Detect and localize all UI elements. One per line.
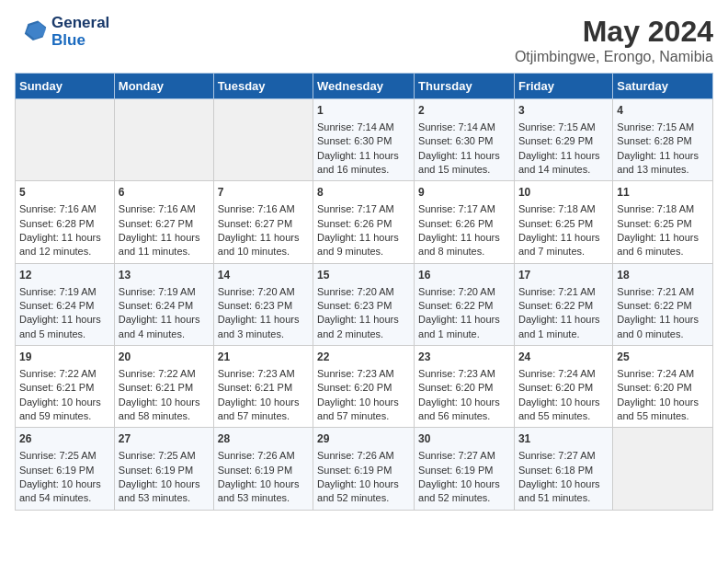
sunset-text: Sunset: 6:26 PM	[317, 218, 392, 229]
calendar-cell: 18Sunrise: 7:21 AMSunset: 6:22 PMDayligh…	[613, 263, 713, 345]
sunrise-text: Sunrise: 7:16 AM	[218, 203, 295, 214]
sunset-text: Sunset: 6:29 PM	[518, 135, 593, 146]
daylight-text: Daylight: 11 hours and 3 minutes.	[218, 314, 300, 339]
page-header: General Blue May 2024 Otjimbingwe, Erong…	[15, 15, 713, 65]
day-number: 26	[19, 431, 110, 447]
day-number: 21	[218, 350, 309, 365]
sunrise-text: Sunrise: 7:22 AM	[19, 368, 97, 379]
sunrise-text: Sunrise: 7:15 AM	[617, 121, 694, 132]
calendar-cell: 23Sunrise: 7:23 AMSunset: 6:20 PMDayligh…	[415, 346, 515, 428]
day-number: 11	[617, 185, 709, 201]
sunrise-text: Sunrise: 7:18 AM	[617, 203, 694, 214]
sunset-text: Sunset: 6:25 PM	[617, 218, 691, 229]
calendar-cell: 24Sunrise: 7:24 AMSunset: 6:20 PMDayligh…	[514, 346, 612, 428]
sunset-text: Sunset: 6:20 PM	[317, 382, 392, 393]
sunrise-text: Sunrise: 7:23 AM	[317, 368, 394, 379]
sunset-text: Sunset: 6:19 PM	[218, 465, 292, 476]
daylight-text: Daylight: 11 hours and 15 minutes.	[418, 150, 500, 175]
sunrise-text: Sunrise: 7:18 AM	[518, 203, 596, 214]
sunset-text: Sunset: 6:21 PM	[218, 382, 292, 393]
sunrise-text: Sunrise: 7:25 AM	[119, 450, 196, 461]
day-number: 9	[418, 185, 510, 201]
calendar-cell	[114, 99, 213, 181]
daylight-text: Daylight: 10 hours and 57 minutes.	[218, 396, 300, 421]
calendar-cell: 3Sunrise: 7:15 AMSunset: 6:29 PMDaylight…	[514, 99, 612, 181]
day-number: 22	[317, 350, 410, 365]
calendar-cell: 10Sunrise: 7:18 AMSunset: 6:25 PMDayligh…	[514, 181, 612, 263]
calendar-cell: 25Sunrise: 7:24 AMSunset: 6:20 PMDayligh…	[613, 346, 713, 428]
weekday-header-sunday: Sunday	[16, 74, 115, 99]
day-number: 31	[518, 431, 609, 447]
sunset-text: Sunset: 6:28 PM	[617, 135, 691, 146]
calendar-cell: 30Sunrise: 7:27 AMSunset: 6:19 PMDayligh…	[415, 428, 515, 510]
day-number: 17	[518, 268, 609, 283]
sunset-text: Sunset: 6:19 PM	[317, 465, 392, 476]
day-number: 29	[317, 431, 410, 447]
day-number: 8	[317, 185, 410, 201]
sunset-text: Sunset: 6:22 PM	[617, 300, 691, 311]
sunset-text: Sunset: 6:30 PM	[418, 135, 493, 146]
calendar-cell: 11Sunrise: 7:18 AMSunset: 6:25 PMDayligh…	[613, 181, 713, 263]
sunrise-text: Sunrise: 7:27 AM	[418, 450, 495, 461]
daylight-text: Daylight: 11 hours and 9 minutes.	[317, 232, 399, 257]
daylight-text: Daylight: 11 hours and 13 minutes.	[617, 150, 699, 175]
daylight-text: Daylight: 10 hours and 52 minutes.	[317, 478, 399, 503]
sunrise-text: Sunrise: 7:17 AM	[418, 203, 495, 214]
logo-icon	[15, 16, 48, 49]
sunrise-text: Sunrise: 7:16 AM	[19, 203, 97, 214]
main-title: May 2024	[515, 15, 713, 49]
daylight-text: Daylight: 11 hours and 6 minutes.	[617, 232, 699, 257]
day-number: 15	[317, 268, 410, 283]
sunset-text: Sunset: 6:22 PM	[418, 300, 493, 311]
sunrise-text: Sunrise: 7:16 AM	[119, 203, 196, 214]
sunrise-text: Sunrise: 7:17 AM	[317, 203, 394, 214]
day-number: 24	[518, 350, 609, 365]
daylight-text: Daylight: 10 hours and 59 minutes.	[19, 396, 101, 421]
sunrise-text: Sunrise: 7:20 AM	[317, 286, 394, 297]
sunset-text: Sunset: 6:27 PM	[218, 218, 292, 229]
weekday-header-wednesday: Wednesday	[313, 74, 415, 99]
calendar-cell: 14Sunrise: 7:20 AMSunset: 6:23 PMDayligh…	[213, 263, 313, 345]
daylight-text: Daylight: 10 hours and 53 minutes.	[119, 478, 200, 503]
day-number: 7	[218, 185, 309, 201]
daylight-text: Daylight: 11 hours and 5 minutes.	[19, 314, 101, 339]
calendar-week-row: 12Sunrise: 7:19 AMSunset: 6:24 PMDayligh…	[16, 263, 713, 345]
day-number: 20	[119, 350, 210, 365]
sunset-text: Sunset: 6:19 PM	[418, 465, 493, 476]
calendar-cell	[213, 99, 313, 181]
sunset-text: Sunset: 6:30 PM	[317, 135, 392, 146]
calendar-cell: 9Sunrise: 7:17 AMSunset: 6:26 PMDaylight…	[415, 181, 515, 263]
title-block: May 2024 Otjimbingwe, Erongo, Namibia	[515, 15, 713, 65]
calendar-cell: 12Sunrise: 7:19 AMSunset: 6:24 PMDayligh…	[16, 263, 115, 345]
day-number: 13	[119, 268, 210, 283]
day-number: 25	[617, 350, 709, 365]
calendar-cell: 7Sunrise: 7:16 AMSunset: 6:27 PMDaylight…	[213, 181, 313, 263]
weekday-header-thursday: Thursday	[415, 74, 515, 99]
day-number: 14	[218, 268, 309, 283]
sunset-text: Sunset: 6:21 PM	[19, 382, 94, 393]
day-number: 30	[418, 431, 510, 447]
daylight-text: Daylight: 10 hours and 57 minutes.	[317, 396, 399, 421]
calendar-week-row: 5Sunrise: 7:16 AMSunset: 6:28 PMDaylight…	[16, 181, 713, 263]
day-number: 12	[19, 268, 110, 283]
calendar-cell: 29Sunrise: 7:26 AMSunset: 6:19 PMDayligh…	[313, 428, 415, 510]
daylight-text: Daylight: 11 hours and 4 minutes.	[119, 314, 200, 339]
sunset-text: Sunset: 6:26 PM	[418, 218, 493, 229]
calendar-cell: 1Sunrise: 7:14 AMSunset: 6:30 PMDaylight…	[313, 99, 415, 181]
weekday-header-tuesday: Tuesday	[213, 74, 313, 99]
calendar-cell	[16, 99, 115, 181]
day-number: 28	[218, 431, 309, 447]
calendar-cell: 26Sunrise: 7:25 AMSunset: 6:19 PMDayligh…	[16, 428, 115, 510]
sunset-text: Sunset: 6:20 PM	[418, 382, 493, 393]
sunrise-text: Sunrise: 7:24 AM	[518, 368, 596, 379]
sunset-text: Sunset: 6:20 PM	[617, 382, 691, 393]
sunrise-text: Sunrise: 7:21 AM	[617, 286, 694, 297]
sunset-text: Sunset: 6:19 PM	[119, 465, 193, 476]
sunrise-text: Sunrise: 7:19 AM	[19, 286, 97, 297]
weekday-header-monday: Monday	[114, 74, 213, 99]
daylight-text: Daylight: 11 hours and 16 minutes.	[317, 150, 399, 175]
day-number: 2	[418, 103, 510, 119]
daylight-text: Daylight: 10 hours and 52 minutes.	[418, 478, 500, 503]
subtitle: Otjimbingwe, Erongo, Namibia	[515, 49, 713, 65]
calendar-cell: 16Sunrise: 7:20 AMSunset: 6:22 PMDayligh…	[415, 263, 515, 345]
